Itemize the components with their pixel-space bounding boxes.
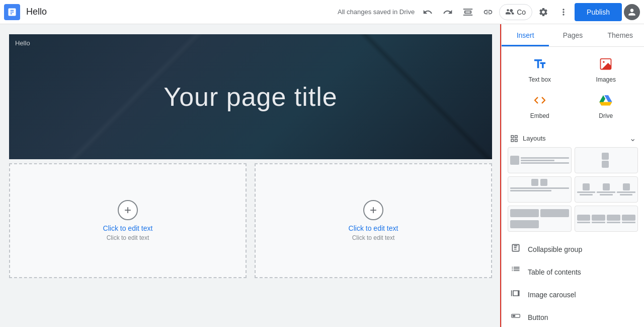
link-button[interactable] [479, 3, 497, 21]
toolbar-icons: Co Publish [419, 3, 640, 21]
images-label: Images [596, 76, 616, 83]
undo-button[interactable] [419, 3, 437, 21]
hero-title: Your page title [164, 82, 338, 112]
settings-button[interactable] [534, 3, 552, 21]
main-layout: Hello Your page title + Click to edit te… [0, 24, 644, 327]
toc-label: Table of contents [528, 268, 581, 276]
layout-thumb-1[interactable] [508, 147, 572, 173]
click-edit-sub-left: Click to edit text [107, 234, 149, 241]
more-options-button[interactable] [554, 3, 573, 21]
panel-tabs: Insert Pages Themes [502, 24, 644, 47]
content-box-right[interactable]: + Click to edit text Click to edit text [255, 163, 492, 278]
redo-button[interactable] [439, 3, 457, 21]
insert-drive[interactable]: Drive [574, 89, 638, 123]
layout-thumb-6[interactable] [575, 206, 638, 232]
publish-button[interactable]: Publish [575, 3, 622, 21]
layout-thumb-4[interactable] [575, 176, 638, 203]
insert-embed[interactable]: Embed [508, 89, 572, 123]
carousel-icon [510, 288, 522, 301]
insert-textbox[interactable]: Text box [508, 53, 572, 87]
add-circle-right: + [363, 200, 383, 220]
embed-label: Embed [530, 112, 549, 119]
tab-themes[interactable]: Themes [597, 24, 644, 46]
button-icon [510, 311, 522, 323]
insert-images[interactable]: Images [574, 53, 638, 87]
collapsible-label: Collapsible group [528, 245, 582, 253]
preview-button[interactable] [459, 3, 477, 21]
hero-block[interactable]: Hello Your page title [9, 34, 492, 159]
add-circle-left: + [118, 200, 138, 220]
two-col-section: + Click to edit text Click to edit text … [9, 163, 492, 278]
drive-icon [599, 93, 613, 110]
layouts-grid [508, 147, 638, 232]
images-icon [599, 57, 613, 74]
co-button-label: Co [517, 8, 526, 16]
insert-carousel[interactable]: Image carousel [508, 283, 638, 306]
svg-point-1 [603, 61, 605, 63]
insert-button[interactable]: Button [508, 306, 638, 327]
insert-grid: Text box Images Embed [508, 53, 638, 123]
click-edit-sub-right: Click to edit text [352, 234, 395, 241]
right-panel: Insert Pages Themes Text box [501, 24, 644, 327]
canvas-area: Hello Your page title + Click to edit te… [0, 24, 501, 327]
layout-thumb-2[interactable] [575, 147, 638, 173]
layouts-section-header: Layouts ⌄ [508, 129, 638, 147]
document-title: Hello [26, 7, 47, 17]
user-avatar[interactable] [624, 4, 640, 20]
textbox-icon [533, 57, 547, 74]
tab-insert[interactable]: Insert [502, 24, 549, 46]
content-box-left[interactable]: + Click to edit text Click to edit text [9, 163, 247, 278]
collaborators-button[interactable]: Co [499, 4, 532, 20]
panel-content: Text box Images Embed [502, 47, 644, 327]
click-edit-main-left: Click to edit text [103, 224, 153, 232]
layout-lines-1 [521, 157, 569, 164]
button-label: Button [528, 313, 548, 321]
page-label: Hello [15, 39, 30, 47]
save-status: All changes saved in Drive [338, 8, 415, 16]
insert-collapsible[interactable]: Collapsible group [508, 238, 638, 260]
toc-icon [510, 266, 522, 278]
layout-thumb-5[interactable] [508, 206, 572, 232]
insert-toc[interactable]: Table of contents [508, 260, 638, 283]
drive-label: Drive [599, 112, 613, 119]
layout-thumb-3[interactable] [508, 176, 572, 203]
tab-pages[interactable]: Pages [549, 24, 596, 46]
collapsible-icon [510, 243, 522, 255]
embed-icon [533, 93, 547, 110]
textbox-label: Text box [528, 76, 551, 83]
layout-img-1 [510, 156, 519, 165]
topbar: Hello All changes saved in Drive Co Publ… [0, 0, 644, 24]
svg-rect-3 [512, 315, 515, 316]
app-logo [4, 4, 20, 20]
click-edit-main-right: Click to edit text [349, 224, 398, 232]
layouts-chevron[interactable]: ⌄ [629, 134, 636, 143]
layouts-label: Layouts [523, 135, 546, 142]
carousel-label: Image carousel [528, 291, 576, 299]
